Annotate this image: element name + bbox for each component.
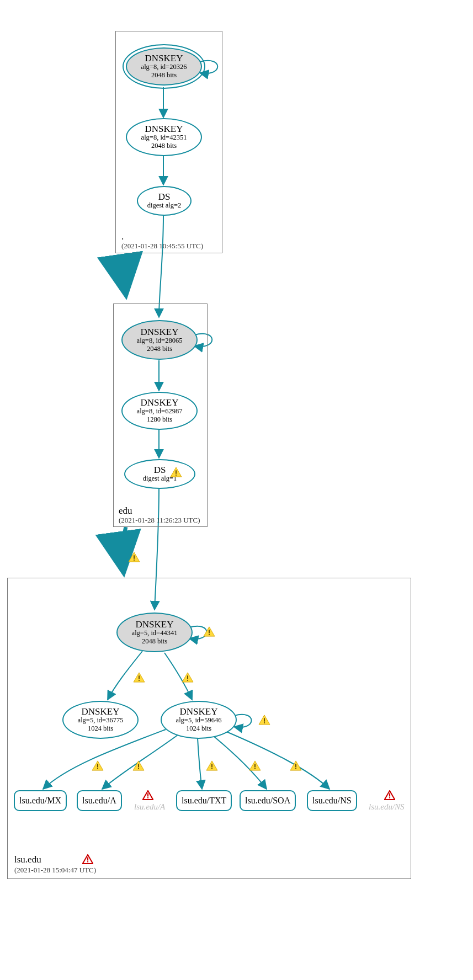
warn-icon xyxy=(182,672,194,683)
rr-mx: lsu.edu/MX xyxy=(14,790,67,811)
edu-ksk: DNSKEY alg=8, id=28065 2048 bits xyxy=(121,320,198,360)
svg-rect-13 xyxy=(97,768,98,769)
rr-txt: lsu.edu/TXT xyxy=(176,790,232,811)
warn-icon xyxy=(290,760,302,771)
edu-ds: DS digest alg=1 xyxy=(124,459,195,489)
lsu-zsk2: DNSKEY alg=5, id=59646 1024 bits xyxy=(161,701,237,739)
svg-rect-2 xyxy=(134,555,135,558)
zone-root-name: . xyxy=(121,231,124,242)
lsu-zsk1: DNSKEY alg=5, id=36775 1024 bits xyxy=(62,701,139,739)
svg-rect-16 xyxy=(211,764,212,767)
svg-rect-9 xyxy=(187,680,188,681)
svg-rect-4 xyxy=(209,630,210,633)
svg-rect-19 xyxy=(254,768,256,769)
warn-icon xyxy=(133,672,145,683)
zone-edu-time: (2021-01-28 11:26:23 UTC) xyxy=(119,516,200,525)
rr-soa: lsu.edu/SOA xyxy=(240,790,296,811)
svg-rect-1 xyxy=(176,475,177,476)
svg-rect-11 xyxy=(264,722,265,723)
svg-rect-10 xyxy=(264,718,265,721)
zone-edu-name: edu xyxy=(119,505,132,516)
rr-a: lsu.edu/A xyxy=(77,790,122,811)
zone-lsu-name: lsu.edu xyxy=(14,854,41,865)
svg-rect-23 xyxy=(147,797,148,798)
svg-rect-27 xyxy=(87,861,88,862)
error-icon xyxy=(142,790,153,800)
lsu-ksk: DNSKEY alg=5, id=44341 2048 bits xyxy=(116,612,193,652)
error-icon xyxy=(384,790,395,800)
svg-rect-15 xyxy=(138,768,139,769)
zone-root-time: (2021-01-28 10:45:55 UTC) xyxy=(121,242,203,251)
root-ds: DS digest alg=2 xyxy=(137,186,192,216)
warn-icon xyxy=(92,760,104,771)
svg-rect-8 xyxy=(187,675,188,679)
svg-rect-21 xyxy=(295,768,296,769)
zone-lsu-time: (2021-01-28 15:04:47 UTC) xyxy=(14,866,96,875)
svg-rect-6 xyxy=(139,675,140,679)
svg-rect-7 xyxy=(139,680,140,681)
svg-rect-17 xyxy=(211,768,212,769)
svg-rect-0 xyxy=(176,470,177,473)
svg-rect-12 xyxy=(97,764,98,767)
svg-rect-3 xyxy=(134,560,135,561)
svg-rect-20 xyxy=(295,764,296,767)
rr-ns: lsu.edu/NS xyxy=(307,790,357,811)
warn-icon xyxy=(258,715,270,725)
warn-icon xyxy=(132,760,145,771)
svg-rect-5 xyxy=(209,634,210,635)
grey-ns: lsu.edu/NS xyxy=(369,802,405,812)
root-zsk: DNSKEY alg=8, id=42351 2048 bits xyxy=(126,118,202,156)
svg-rect-25 xyxy=(389,797,390,798)
warn-icon xyxy=(128,552,140,562)
svg-rect-24 xyxy=(389,793,390,797)
svg-rect-26 xyxy=(87,858,88,861)
edu-zsk: DNSKEY alg=8, id=62987 1280 bits xyxy=(121,392,198,430)
warn-icon xyxy=(203,626,215,637)
svg-rect-18 xyxy=(254,764,256,767)
warn-icon xyxy=(170,467,182,477)
svg-rect-14 xyxy=(138,764,139,767)
svg-rect-22 xyxy=(147,793,148,797)
warn-icon xyxy=(249,760,261,771)
grey-a: lsu.edu/A xyxy=(134,802,165,812)
error-icon xyxy=(82,854,93,864)
warn-icon xyxy=(206,760,218,771)
root-ksk: DNSKEY alg=8, id=20326 2048 bits xyxy=(126,47,202,86)
